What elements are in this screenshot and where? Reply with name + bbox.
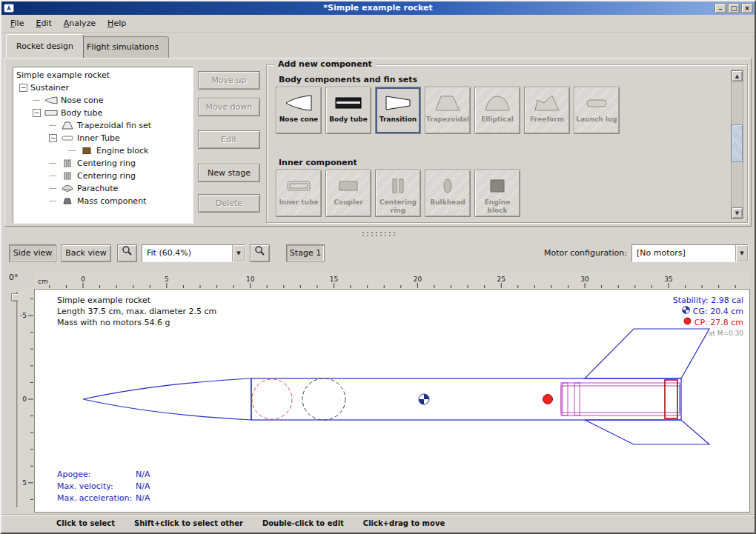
component-tree[interactable]: Simple example rocket − Sustainer Nose c… — [13, 67, 193, 224]
inner-tube-outline — [561, 383, 680, 415]
trapezoidal-fin-icon — [433, 90, 462, 116]
window-title: *Simple example rocket — [1, 1, 755, 15]
palette-transition-button[interactable]: Transition — [375, 87, 421, 134]
tree-item-fin-set[interactable]: Trapezoidal fin set — [13, 119, 193, 132]
rocket-mass: Mass with no motors 54.6 g — [57, 317, 216, 328]
move-up-button: Move up — [198, 71, 260, 90]
parachute-icon — [60, 184, 75, 193]
tree-item-centering-ring-2[interactable]: Centering ring — [13, 170, 193, 182]
scroll-up-icon[interactable]: ▲ — [732, 70, 743, 81]
cp-legend-icon — [683, 317, 692, 328]
stability-value: Stability: 2.98 cal — [673, 295, 743, 306]
palette-centering-ring-button: Centering ring — [375, 170, 421, 217]
freeform-fin-icon — [532, 90, 562, 116]
close-button[interactable]: × — [741, 3, 753, 13]
menu-file[interactable]: File — [4, 16, 30, 30]
rocket-canvas[interactable]: Simple example rocket Length 37.5 cm, ma… — [34, 289, 750, 513]
tab-rocket-design[interactable]: Rocket design — [6, 34, 84, 58]
coupler-icon — [334, 173, 363, 198]
ruler-unit-label: cm — [38, 278, 48, 285]
apogee-label: Apogee: — [57, 469, 136, 481]
maximize-button[interactable]: □ — [728, 3, 740, 13]
lower-fin-outline — [585, 420, 709, 444]
bulkhead-icon — [433, 173, 462, 198]
tree-item-inner-tube[interactable]: − Inner Tube — [13, 132, 193, 144]
view-toolbar: Side view Back view Fit (60.4%) ▼ Stage … — [4, 241, 752, 265]
palette-body-tube-button[interactable]: Body tube — [325, 87, 371, 134]
scrollbar-thumb[interactable] — [732, 124, 743, 162]
scroll-down-icon[interactable]: ▼ — [732, 207, 743, 218]
scrollbar-track[interactable] — [732, 81, 743, 207]
stability-info: Stability: 2.98 cal CG: 20.4 cm CP: 27.8… — [673, 295, 743, 339]
nose-cone-icon — [284, 90, 314, 116]
menu-edit[interactable]: Edit — [30, 16, 57, 30]
transition-icon — [383, 90, 413, 116]
cg-marker — [419, 394, 429, 404]
tab-flight-simulations[interactable]: Flight simulations — [76, 36, 169, 58]
zoom-combo[interactable]: Fit (60.4%) ▼ — [142, 244, 245, 262]
tree-item-parachute[interactable]: Parachute — [13, 182, 193, 195]
svg-text:30: 30 — [580, 276, 589, 283]
hint-shift-click: Shift+click to select other — [134, 519, 243, 533]
tree-item-centering-ring-1[interactable]: Centering ring — [13, 157, 193, 170]
svg-text:-5: -5 — [20, 312, 27, 319]
rocket-outline — [83, 329, 709, 444]
zoom-out-button[interactable] — [117, 244, 137, 262]
minimize-button[interactable]: _ — [714, 3, 726, 13]
collapse-icon[interactable]: − — [33, 109, 41, 117]
motor-configuration-label: Motor configuration: — [523, 248, 627, 258]
body-tube-outline — [251, 378, 681, 420]
rocket-dimensions: Length 37.5 cm, max. diameter 2.5 cm — [57, 306, 216, 317]
svg-text:20: 20 — [414, 276, 422, 283]
hint-double-click: Double-click to edit — [262, 519, 344, 533]
tree-item-sustainer[interactable]: − Sustainer — [13, 81, 193, 94]
magnifier-icon — [122, 245, 133, 262]
zoom-in-button[interactable] — [250, 244, 270, 262]
flight-summary: Apogee:N/A Max. velocity:N/A Max. accele… — [57, 469, 150, 504]
horizontal-ruler: cm 05101520253035 — [34, 273, 750, 289]
svg-text:15: 15 — [330, 276, 338, 283]
menu-help[interactable]: Help — [102, 16, 132, 30]
palette-bulkhead-button: Bulkhead — [425, 170, 471, 217]
inner-tube-icon — [284, 173, 314, 198]
inner-tube-icon — [60, 134, 75, 142]
motor-configuration-combo[interactable]: [No motors] ▼ — [631, 244, 749, 262]
svg-text:5: 5 — [165, 276, 169, 283]
collapse-icon[interactable]: − — [19, 84, 27, 92]
nose-cone-icon — [44, 96, 59, 104]
mach-note: at M=0.30 — [673, 328, 743, 339]
palette-inner-tube-button: Inner tube — [276, 170, 322, 217]
engine-block-icon — [483, 173, 512, 198]
menu-bar: File Edit Analyze Help — [1, 15, 755, 33]
tree-item-mass-component[interactable]: Mass component — [13, 195, 193, 207]
tree-item-body-tube[interactable]: − Body tube — [13, 107, 193, 119]
delete-button: Delete — [198, 194, 260, 213]
cp-value: CP: 27.8 cm — [694, 317, 743, 328]
stage-1-toggle-button[interactable]: Stage 1 — [286, 244, 325, 262]
collapse-icon[interactable]: − — [49, 134, 57, 142]
engine-block-icon — [79, 147, 94, 155]
splitter-handle[interactable] — [4, 227, 752, 241]
palette-scrollbar[interactable]: ▲ ▼ — [731, 70, 743, 219]
back-view-button[interactable]: Back view — [61, 244, 111, 262]
splitter-grip-icon — [361, 231, 395, 237]
side-view-button[interactable]: Side view — [9, 244, 56, 262]
add-component-title: Add new component — [274, 59, 376, 69]
tree-item-rocket[interactable]: Simple example rocket — [13, 69, 193, 81]
chevron-down-icon[interactable]: ▼ — [735, 245, 748, 261]
palette-nose-cone-button[interactable]: Nose cone — [276, 87, 322, 134]
svg-text:0: 0 — [81, 276, 85, 283]
svg-text:25: 25 — [497, 276, 505, 283]
rocket-info: Simple example rocket Length 37.5 cm, ma… — [57, 295, 216, 328]
cg-value: CG: 20.4 cm — [693, 306, 743, 317]
status-bar: Click to select Shift+click to select ot… — [1, 514, 755, 533]
tree-item-nose-cone[interactable]: Nose cone — [13, 94, 193, 107]
zoom-combo-value: Fit (60.4%) — [142, 245, 232, 261]
nose-cone-outline — [83, 378, 251, 420]
hint-click-select: Click to select — [56, 519, 115, 533]
menu-analyze[interactable]: Analyze — [58, 16, 102, 30]
tree-item-engine-block[interactable]: Engine block — [13, 144, 193, 157]
new-stage-button[interactable]: New stage — [198, 164, 260, 182]
title-bar[interactable]: *Simple example rocket _ □ × — [1, 1, 755, 15]
chevron-down-icon[interactable]: ▼ — [232, 245, 245, 261]
